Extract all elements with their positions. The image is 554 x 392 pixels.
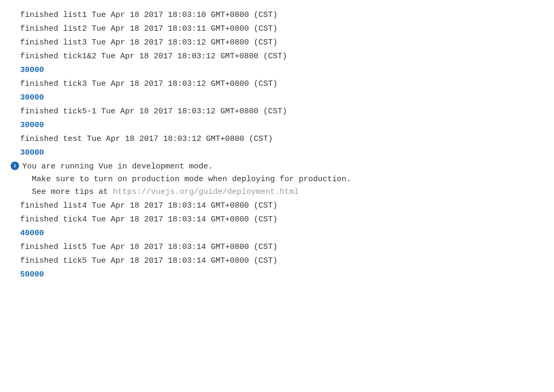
console-line: finished tick1&2 Tue Apr 18 2017 18:03:1… (11, 50, 543, 64)
console-line: finished list4 Tue Apr 18 2017 18:03:14 … (11, 199, 543, 213)
console-line: finished tick4 Tue Apr 18 2017 18:03:14 … (11, 213, 543, 227)
info-text: You are running Vue in development mode.… (22, 161, 351, 199)
console-line: finished list1 Tue Apr 18 2017 18:03:10 … (11, 8, 543, 22)
info-icon: i (11, 162, 19, 170)
console-line: finished list5 Tue Apr 18 2017 18:03:14 … (11, 240, 543, 254)
console-line: 30000 (11, 64, 543, 77)
console-line: finished list3 Tue Apr 18 2017 18:03:12 … (11, 36, 543, 50)
console-line: 30000 (11, 146, 543, 160)
console-line-info: iYou are running Vue in development mode… (11, 160, 543, 199)
console-line: finished list2 Tue Apr 18 2017 18:03:11 … (11, 22, 543, 36)
console-line: finished tick5 Tue Apr 18 2017 18:03:14 … (11, 254, 543, 268)
console-line: finished test Tue Apr 18 2017 18:03:12 G… (11, 132, 543, 146)
console-output: finished list1 Tue Apr 18 2017 18:03:10 … (11, 8, 543, 282)
console-line: 30000 (11, 119, 543, 132)
deployment-link[interactable]: https://vuejs.org/guide/deployment.html (113, 188, 299, 197)
console-line: finished tick5-1 Tue Apr 18 2017 18:03:1… (11, 105, 543, 119)
console-line: 50000 (11, 268, 543, 282)
console-line: finished tick3 Tue Apr 18 2017 18:03:12 … (11, 77, 543, 91)
console-line: 40000 (11, 227, 543, 240)
console-line: 30000 (11, 91, 543, 105)
